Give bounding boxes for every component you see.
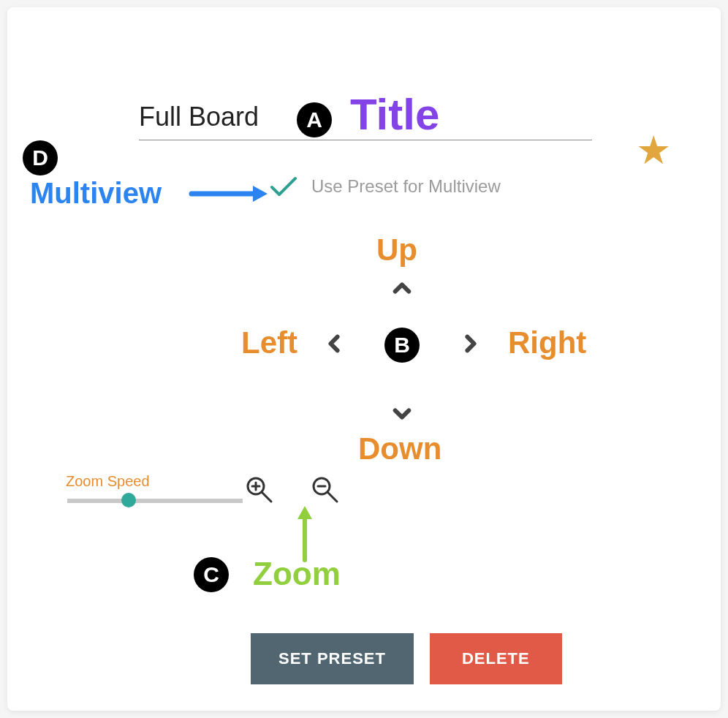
zoom-in-button[interactable] (245, 475, 274, 507)
chevron-down-icon[interactable] (392, 404, 412, 424)
multiview-row: Use Preset for Multiview (269, 175, 501, 197)
annotation-badge-c: C (194, 557, 229, 592)
direction-down-label: Down (358, 431, 441, 466)
svg-marker-10 (297, 506, 312, 519)
zoom-speed-label: Zoom Speed (66, 473, 150, 490)
svg-line-5 (327, 492, 337, 502)
set-preset-button[interactable]: SET PRESET (251, 633, 414, 684)
direction-right-label: Right (508, 325, 586, 360)
multiview-label: Use Preset for Multiview (311, 176, 501, 197)
zoom-speed-thumb[interactable] (121, 493, 136, 507)
annotation-badge-d: D (23, 140, 58, 175)
checkmark-icon[interactable] (269, 175, 298, 197)
delete-button[interactable]: DELETE (430, 633, 562, 684)
favorite-star-icon[interactable]: ★ (636, 127, 671, 173)
svg-marker-8 (253, 186, 268, 202)
chevron-up-icon[interactable] (392, 278, 412, 298)
arrow-green-icon (295, 505, 314, 563)
direction-up-label: Up (376, 233, 417, 268)
zoom-out-icon (311, 475, 340, 505)
svg-line-1 (262, 492, 271, 502)
zoom-out-button[interactable] (311, 475, 340, 507)
preset-card: ★ Use Preset for Multiview Up Down Left … (7, 7, 721, 711)
zoom-speed-track[interactable] (67, 499, 243, 503)
annotation-multiview-word: Multiview (30, 177, 162, 210)
chevron-right-icon[interactable] (460, 333, 481, 354)
zoom-in-icon (245, 475, 274, 505)
chevron-left-icon[interactable] (324, 333, 344, 354)
annotation-title-word: Title (350, 89, 439, 140)
annotation-badge-b: B (384, 328, 420, 363)
button-row: SET PRESET DELETE (251, 633, 562, 684)
annotation-badge-a: A (297, 102, 332, 137)
arrow-blue-icon (189, 183, 269, 205)
direction-left-label: Left (241, 325, 297, 360)
